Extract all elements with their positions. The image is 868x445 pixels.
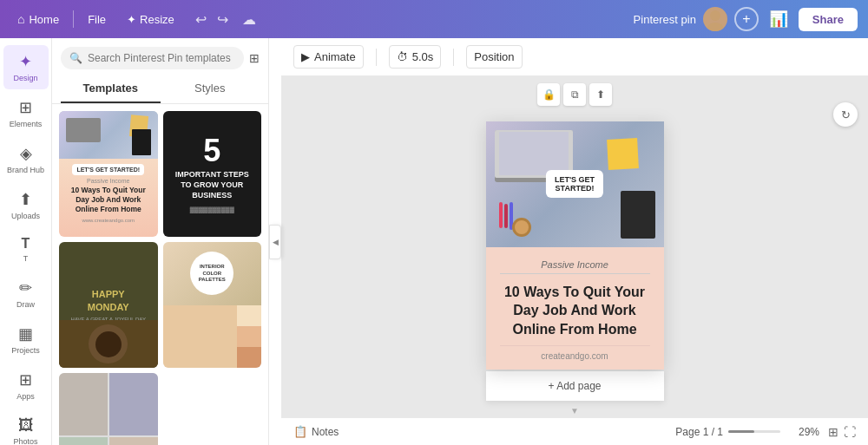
cloud-save-icon[interactable]: ☁ [242,11,256,28]
search-input[interactable] [88,52,235,64]
document-title[interactable]: Pinterest pin [634,13,696,26]
fullscreen-icon[interactable]: ⛶ [844,425,856,439]
design-icon: ✦ [19,52,32,71]
canvas-toolbar: ▶ Animate ⏱ 5.0s Position [281,38,868,76]
zoom-level: 29% [789,426,819,438]
share-button[interactable]: Share [799,8,858,31]
tab-templates[interactable]: Templates [61,75,161,103]
photo-badge: LET'S GET STARTED! [546,170,603,198]
user-avatar[interactable] [703,7,727,31]
search-icon: 🔍 [69,52,82,64]
card-main-title: 10 Ways To Quit Your Day Job And Work On… [500,283,650,339]
card-content-section: Passive Income 10 Ways To Quit Your Day … [486,247,664,370]
clock-icon: ⏱ [397,50,408,63]
view-icons: ⊞ ⛶ [828,425,856,439]
card-photo-section: LET'S GET STARTED! [486,121,664,247]
card-url: createandgo.com [500,351,650,361]
template-card-2[interactable]: 5 IMPORTANT STEPS TO GROW YOUR BUSINESS … [163,111,262,237]
home-icon: ⌂ [17,12,24,26]
sidebar-item-apps[interactable]: ⊞ Apps [3,363,49,408]
upload-icon[interactable]: ⬆ [589,83,612,106]
elements-icon: ⊞ [19,98,32,117]
notes-button[interactable]: 📋 Notes [293,425,339,438]
brand-hub-icon: ◈ [20,144,32,163]
canvas-action-icons: 🔒 ⧉ ⬆ [537,83,612,106]
passive-divider [500,273,650,274]
panel-tabs: Templates Styles [52,75,268,104]
toolbar-divider [376,49,377,66]
draw-icon: ✏ [19,278,32,298]
page-progress [728,430,780,433]
sidebar-item-draw[interactable]: ✏ Draw [3,272,49,316]
redo-button[interactable]: ↪ [214,10,232,29]
grid-view-icon[interactable]: ⊞ [828,425,838,439]
sidebar-item-design[interactable]: ✦ Design [3,45,49,89]
toolbar-divider-2 [453,49,454,66]
card-passive-label: Passive Income [500,259,650,270]
page-info: Page 1 / 1 [675,426,780,438]
nav-divider [73,10,74,28]
copy-icon[interactable]: ⧉ [563,83,586,106]
refresh-button[interactable]: ↻ [833,102,858,127]
template-card-3[interactable]: HAPPYMONDAY HAVE A GREAT & JOYFUL DAY [59,242,158,368]
templates-grid: LET'S GET STARTED! Passive Income 10 Way… [59,111,261,445]
scroll-indicator: ▼ [570,406,579,416]
sidebar-item-text[interactable]: T T [3,229,49,270]
apps-icon: ⊞ [19,370,32,389]
sidebar-item-brand-hub[interactable]: ◈ Brand Hub [3,137,49,181]
notebook [621,191,655,239]
projects-icon: ▦ [18,324,33,344]
text-icon: T [22,236,30,252]
home-label: Home [29,13,59,26]
canvas-card: LET'S GET STARTED! [486,121,664,370]
file-menu[interactable]: File [81,10,113,29]
resize-btn[interactable]: ✦ Resize [120,10,181,29]
template-card-4[interactable]: INTERIORCOLORPALETTES [163,242,262,368]
pens [499,202,513,230]
resize-icon: ✦ [127,13,136,26]
sidebar-item-photos[interactable]: 🖼 Photos [3,409,49,445]
progress-fill [728,430,754,433]
sidebar-item-elements[interactable]: ⊞ Elements [3,91,49,135]
templates-grid-container: LET'S GET STARTED! Passive Income 10 Way… [52,104,268,445]
sidebar-item-uploads[interactable]: ⬆ Uploads [3,183,49,227]
main-content: ✦ Design ⊞ Elements ◈ Brand Hub ⬆ Upload… [0,38,868,445]
top-navigation: ⌂ Home File ✦ Resize ↩ ↪ ☁ Pinterest pin… [0,0,868,38]
sticky-note [607,138,639,170]
home-nav-item[interactable]: ⌂ Home [10,9,66,29]
nav-history: ↩ ↪ [192,10,232,29]
tab-styles[interactable]: Styles [161,75,260,103]
canvas-area: ▶ Animate ⏱ 5.0s Position 🔒 ⧉ ⬆ ↻ [281,38,868,445]
url-divider [500,345,650,346]
photos-icon: 🖼 [18,416,34,435]
template-card-5[interactable] [59,373,158,445]
panel-hide-button[interactable]: ◀ [269,225,281,259]
left-sidebar: ✦ Design ⊞ Elements ◈ Brand Hub ⬆ Upload… [0,38,52,445]
lock-icon[interactable]: 🔒 [537,83,560,106]
sidebar-item-projects[interactable]: ▦ Projects [3,317,49,362]
undo-button[interactable]: ↩ [192,10,210,29]
bottom-bar: 📋 Notes Page 1 / 1 29% ⊞ ⛶ [281,417,868,445]
stats-icon[interactable]: 📊 [766,8,792,30]
filter-icon[interactable]: ⊞ [249,51,260,65]
template-card-1[interactable]: LET'S GET STARTED! Passive Income 10 Way… [59,111,158,237]
animate-button[interactable]: ▶ Animate [293,45,364,69]
duration-button[interactable]: ⏱ 5.0s [389,45,442,69]
add-page-button[interactable]: + Add page [486,371,664,401]
add-collaborator-button[interactable]: + [734,7,759,31]
canvas-viewport: 🔒 ⧉ ⬆ ↻ [281,76,868,417]
panel-search-area: 🔍 ⊞ [52,38,268,75]
notes-icon: 📋 [293,425,307,438]
uploads-icon: ⬆ [19,190,32,209]
svg-point-0 [710,10,720,21]
search-box[interactable]: 🔍 [61,47,244,69]
animate-icon: ▶ [301,50,310,63]
templates-panel: 🔍 ⊞ Templates Styles [52,38,269,445]
svg-point-1 [707,23,724,31]
position-button[interactable]: Position [466,45,522,69]
